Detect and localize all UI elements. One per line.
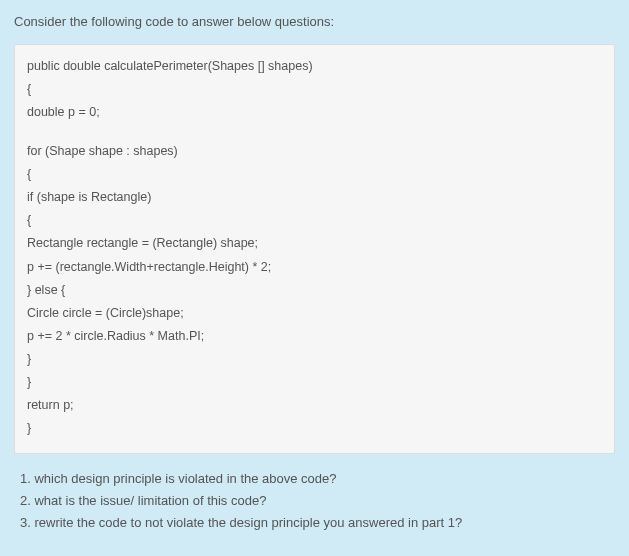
code-line: { [27, 209, 602, 232]
code-line: { [27, 163, 602, 186]
question-list: 1. which design principle is violated in… [14, 468, 615, 534]
code-line: if (shape is Rectangle) [27, 186, 602, 209]
question-item: 3. rewrite the code to not violate the d… [20, 512, 615, 534]
code-stanza: public double calculatePerimeter(Shapes … [27, 55, 602, 124]
question-item: 2. what is the issue/ limitation of this… [20, 490, 615, 512]
intro-text: Consider the following code to answer be… [14, 12, 615, 32]
code-line: } [27, 417, 602, 440]
code-line: Circle circle = (Circle)shape; [27, 302, 602, 325]
code-line: Rectangle rectangle = (Rectangle) shape; [27, 232, 602, 255]
code-line: for (Shape shape : shapes) [27, 140, 602, 163]
code-line: double p = 0; [27, 101, 602, 124]
code-stanza: for (Shape shape : shapes){if (shape is … [27, 140, 602, 441]
code-block: public double calculatePerimeter(Shapes … [14, 44, 615, 454]
code-line: p += 2 * circle.Radius * Math.PI; [27, 325, 602, 348]
code-line: { [27, 78, 602, 101]
code-line: public double calculatePerimeter(Shapes … [27, 55, 602, 78]
code-line: } [27, 348, 602, 371]
code-line: } [27, 371, 602, 394]
code-line: p += (rectangle.Width+rectangle.Height) … [27, 256, 602, 279]
question-item: 1. which design principle is violated in… [20, 468, 615, 490]
code-line: } else { [27, 279, 602, 302]
code-line: return p; [27, 394, 602, 417]
